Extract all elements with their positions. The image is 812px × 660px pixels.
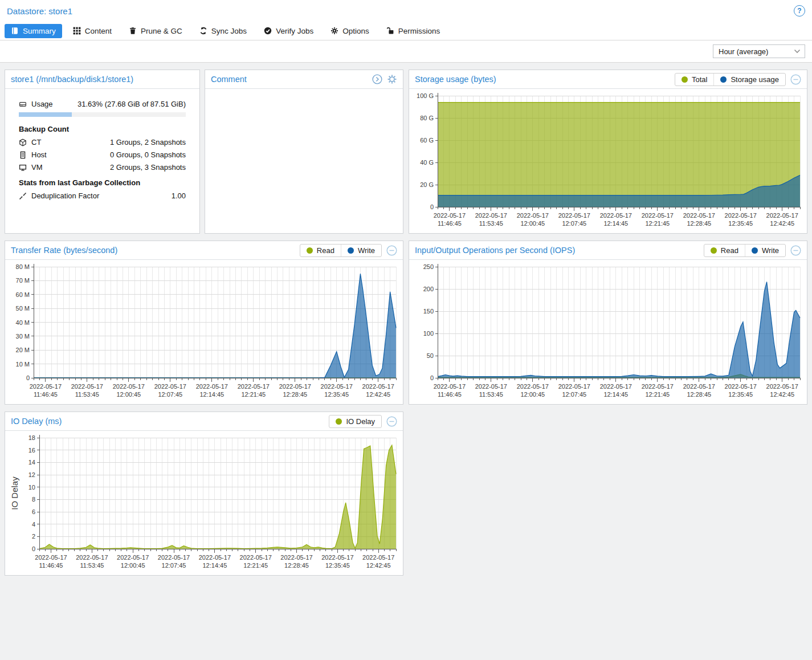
ct-value: 1 Groups, 2 Snapshots xyxy=(110,138,186,146)
svg-text:2022-05-17: 2022-05-17 xyxy=(321,383,353,390)
chart-area: 2022-05-1711:46:452022-05-1711:53:452022… xyxy=(409,89,807,235)
svg-text:12:00:45: 12:00:45 xyxy=(116,391,141,398)
tab-content[interactable]: Content xyxy=(67,24,118,38)
tab-permissions[interactable]: Permissions xyxy=(380,24,447,38)
svg-text:80 G: 80 G xyxy=(420,115,434,121)
page-title: Datastore: store1 xyxy=(7,6,794,16)
svg-text:4: 4 xyxy=(32,521,35,528)
legend-item-io-delay[interactable]: IO Delay xyxy=(329,415,381,427)
svg-text:100 G: 100 G xyxy=(417,92,434,99)
svg-text:12:07:45: 12:07:45 xyxy=(562,391,586,398)
svg-text:40 M: 40 M xyxy=(16,319,30,326)
usage-label: Usage xyxy=(31,100,77,108)
legend-item-total[interactable]: Total xyxy=(675,74,713,85)
legend-dot xyxy=(752,247,758,254)
chart-area: 2022-05-1711:46:452022-05-1711:53:452022… xyxy=(5,431,403,577)
book-icon xyxy=(11,27,19,35)
comment-body[interactable] xyxy=(205,89,403,233)
panel-title: Comment xyxy=(211,75,368,84)
svg-text:2022-05-17: 2022-05-17 xyxy=(683,212,715,219)
legend-item-write[interactable]: Write xyxy=(341,245,381,256)
collapse-minus-icon[interactable] xyxy=(386,245,397,256)
tab-summary[interactable]: Summary xyxy=(5,24,62,38)
legend-item-write[interactable]: Write xyxy=(745,245,785,256)
chart-area: 2022-05-1711:46:452022-05-1711:53:452022… xyxy=(5,260,403,406)
svg-text:2022-05-17: 2022-05-17 xyxy=(35,554,67,561)
svg-text:8: 8 xyxy=(32,496,35,503)
svg-text:10: 10 xyxy=(28,484,35,491)
grid-icon xyxy=(73,27,81,35)
svg-text:2022-05-17: 2022-05-17 xyxy=(766,383,798,390)
help-icon[interactable]: ? xyxy=(794,5,805,17)
svg-text:2: 2 xyxy=(32,533,35,540)
legend-item-storage-usage[interactable]: Storage usage xyxy=(713,74,785,85)
transfer-rate-panel: Transfer Rate (bytes/second) ReadWrite 2… xyxy=(5,241,403,405)
svg-text:12:14:45: 12:14:45 xyxy=(603,391,628,398)
svg-text:40 G: 40 G xyxy=(420,159,434,166)
svg-text:12:42:45: 12:42:45 xyxy=(366,391,390,398)
legend-dot xyxy=(336,418,342,425)
svg-text:2022-05-17: 2022-05-17 xyxy=(76,554,108,561)
trash-icon xyxy=(129,27,137,35)
svg-text:12:28:45: 12:28:45 xyxy=(283,391,307,398)
svg-text:2022-05-17: 2022-05-17 xyxy=(71,383,103,390)
svg-text:2022-05-17: 2022-05-17 xyxy=(362,554,394,561)
svg-text:2022-05-17: 2022-05-17 xyxy=(199,554,231,561)
time-range-select[interactable]: Hour (average) xyxy=(713,44,805,58)
svg-text:50: 50 xyxy=(427,352,434,359)
tab-label: Prune & GC xyxy=(141,27,182,35)
dedup-value: 1.00 xyxy=(172,192,186,200)
panel-header: Storage usage (bytes) TotalStorage usage xyxy=(409,70,807,89)
tab-options[interactable]: Options xyxy=(324,24,376,38)
svg-text:50 M: 50 M xyxy=(16,305,30,312)
tab-label: Verify Jobs xyxy=(276,27,313,35)
chart-legend: ReadWrite xyxy=(704,244,786,257)
legend-item-read[interactable]: Read xyxy=(300,245,341,256)
svg-text:12:00:45: 12:00:45 xyxy=(520,220,545,227)
svg-text:12:42:45: 12:42:45 xyxy=(366,562,391,569)
svg-text:12:07:45: 12:07:45 xyxy=(562,220,586,227)
vm-value: 2 Groups, 3 Snapshots xyxy=(110,163,186,172)
svg-text:2022-05-17: 2022-05-17 xyxy=(117,554,149,561)
dedup-label: Deduplication Factor xyxy=(31,192,172,200)
svg-text:11:53:45: 11:53:45 xyxy=(75,391,99,398)
collapse-minus-icon[interactable] xyxy=(790,74,801,85)
svg-text:2022-05-17: 2022-05-17 xyxy=(517,212,549,219)
tab-sync-jobs[interactable]: Sync Jobs xyxy=(193,24,253,38)
svg-text:60 G: 60 G xyxy=(420,137,434,144)
gear-icon xyxy=(330,27,338,35)
backup-count-heading: Backup Count xyxy=(19,125,186,133)
svg-text:2022-05-17: 2022-05-17 xyxy=(279,383,311,390)
legend-item-read[interactable]: Read xyxy=(704,245,745,256)
svg-text:11:46:45: 11:46:45 xyxy=(438,220,462,227)
expand-chevron-right-icon[interactable] xyxy=(372,74,382,84)
legend-dot xyxy=(682,76,688,83)
svg-text:12:07:45: 12:07:45 xyxy=(162,562,186,569)
dedup-row: Deduplication Factor 1.00 xyxy=(19,190,186,201)
vm-row: VM 2 Groups, 3 Snapshots xyxy=(19,162,186,173)
svg-text:2022-05-17: 2022-05-17 xyxy=(196,383,228,390)
panel-title: Storage usage (bytes) xyxy=(415,75,670,84)
svg-text:150: 150 xyxy=(423,308,434,315)
tab-label: Permissions xyxy=(398,27,440,35)
collapse-minus-icon[interactable] xyxy=(790,245,801,256)
legend-dot xyxy=(711,247,717,254)
settings-gear-icon[interactable] xyxy=(387,74,397,84)
host-label: Host xyxy=(31,150,110,159)
tab-verify-jobs[interactable]: Verify Jobs xyxy=(258,24,320,38)
collapse-minus-icon[interactable] xyxy=(386,416,397,427)
panel-title: Input/Output Operations per Second (IOPS… xyxy=(415,246,699,255)
panel-header: Comment xyxy=(205,70,403,89)
tab-prune-gc[interactable]: Prune & GC xyxy=(123,24,189,38)
panel-title: Transfer Rate (bytes/second) xyxy=(11,246,295,255)
svg-text:2022-05-17: 2022-05-17 xyxy=(280,554,312,561)
storage-usage-panel: Storage usage (bytes) TotalStorage usage… xyxy=(409,70,807,234)
usage-value: 31.63% (27.68 GiB of 87.51 GiB) xyxy=(77,100,186,108)
svg-text:12:21:45: 12:21:45 xyxy=(645,220,670,227)
usage-progress-fill xyxy=(19,112,72,117)
svg-text:12:21:45: 12:21:45 xyxy=(645,391,670,398)
svg-text:12:14:45: 12:14:45 xyxy=(202,562,227,569)
svg-text:2022-05-17: 2022-05-17 xyxy=(158,554,190,561)
panel-header: IO Delay (ms) IO Delay xyxy=(5,412,403,431)
svg-text:12:14:45: 12:14:45 xyxy=(199,391,224,398)
